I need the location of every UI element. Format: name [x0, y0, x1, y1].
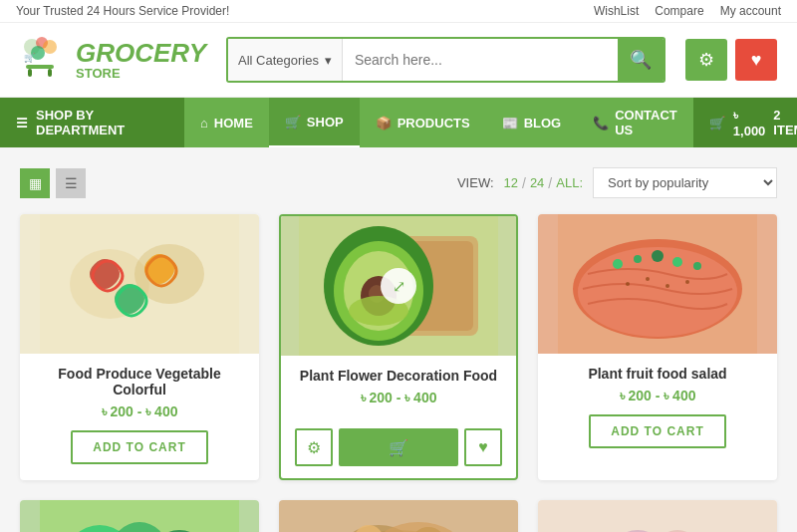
- product-price-3: ৳ 200 - ৳ 400: [552, 388, 763, 404]
- header: 🛒 GROCERY STORE All Categories ▾ 🔍 ⚙ ♥: [0, 23, 797, 98]
- product-card-2: ⤢ Plant Flower Decoration Food ৳ 200 - ৳…: [279, 214, 518, 480]
- product-name-2: Plant Flower Decoration Food: [295, 368, 502, 384]
- product-image-3: [538, 214, 777, 354]
- wishlist-action-btn-2[interactable]: ⚙: [295, 428, 333, 466]
- view-24[interactable]: 24: [530, 175, 544, 191]
- search-button[interactable]: 🔍: [618, 39, 664, 81]
- sort-select[interactable]: Sort by popularity Sort by latest Sort b…: [593, 167, 777, 198]
- expand-icon: ⤢: [393, 277, 405, 296]
- main-content: ▦ ☰ VIEW: 12 / 24 / ALL: Sort by popular…: [0, 147, 797, 532]
- category-label: All Categories: [238, 53, 319, 68]
- hamburger-icon: ☰: [16, 116, 28, 131]
- view-icons: ▦ ☰: [20, 168, 86, 198]
- compare-link[interactable]: Compare: [655, 4, 703, 18]
- compare-action-btn-2[interactable]: ♥: [464, 428, 502, 466]
- logo-sub: STORE: [76, 66, 206, 81]
- nav-contact-label: CONTACT US: [615, 108, 677, 137]
- svg-point-2: [43, 40, 57, 54]
- svg-text:🛒: 🛒: [24, 52, 36, 64]
- product-image-4: [20, 500, 259, 532]
- tagline: Your Trusted 24 Hours Service Provider!: [16, 4, 229, 18]
- filter-button[interactable]: ⚙: [685, 39, 727, 81]
- product-card-3: Plant fruit food salad ৳ 200 - ৳ 400 ADD…: [538, 214, 777, 480]
- heart-small-icon: ♥: [478, 438, 488, 456]
- product-price-1: ৳ 200 - ৳ 400: [34, 403, 245, 420]
- product-name-1: Food Produce Vegetable Colorful: [34, 366, 245, 398]
- product-card-6: [538, 500, 777, 532]
- cart-widget[interactable]: 🛒 ৳ 1,000 2 ITEMS ▾: [693, 98, 797, 147]
- list-view-button[interactable]: ☰: [56, 168, 86, 198]
- product-info-2: Plant Flower Decoration Food ৳ 200 - ৳ 4…: [281, 356, 516, 428]
- nav-products-label: PRODUCTS: [398, 116, 470, 131]
- nav-items: ⌂ HOME 🛒 SHOP 📦 PRODUCTS 📰 BLOG 📞 CONTAC…: [184, 98, 693, 147]
- svg-point-28: [626, 282, 630, 286]
- svg-point-26: [693, 262, 701, 270]
- product-image-wrapper-2: ⤢: [281, 216, 516, 356]
- product-quick-view-2[interactable]: ⤢: [381, 268, 416, 304]
- chevron-down-icon: ▾: [325, 53, 332, 68]
- svg-rect-5: [28, 69, 32, 77]
- svg-point-31: [685, 280, 689, 284]
- wishlist-link[interactable]: WishList: [594, 4, 639, 18]
- header-actions: ⚙ ♥: [685, 39, 777, 81]
- category-dropdown[interactable]: All Categories ▾: [228, 39, 343, 81]
- cart-add-icon: 🛒: [389, 438, 408, 457]
- filter-small-icon: ⚙: [307, 438, 321, 457]
- products-grid-row2: [20, 500, 777, 532]
- view-controls: ▦ ☰ VIEW: 12 / 24 / ALL: Sort by popular…: [20, 167, 777, 198]
- view-label: VIEW:: [457, 175, 494, 190]
- search-icon: 🔍: [630, 49, 652, 71]
- add-to-cart-btn-1[interactable]: ADD TO CART: [71, 430, 207, 464]
- nav-blog[interactable]: 📰 BLOG: [486, 98, 578, 147]
- product-image-1: [20, 214, 259, 354]
- view-12[interactable]: 12: [504, 175, 518, 191]
- svg-rect-44: [558, 500, 757, 532]
- add-to-cart-btn-2[interactable]: 🛒: [339, 428, 458, 466]
- add-to-cart-btn-3[interactable]: ADD TO CART: [589, 414, 725, 448]
- dept-label: SHOP BY DEPARTMENT: [36, 108, 168, 137]
- logo[interactable]: 🛒 GROCERY STORE: [20, 35, 206, 85]
- product-image-5: [279, 500, 518, 532]
- product-actions-2: ⚙ 🛒 ♥: [281, 428, 516, 478]
- top-bar-links: WishList Compare My account: [594, 4, 781, 18]
- myaccount-link[interactable]: My account: [720, 4, 781, 18]
- nav-contact[interactable]: 📞 CONTACT US: [577, 98, 693, 147]
- cart-icon: 🛒: [709, 116, 725, 131]
- svg-point-23: [613, 259, 623, 269]
- svg-point-25: [672, 257, 682, 267]
- product-info-1: Food Produce Vegetable Colorful ৳ 200 - …: [20, 354, 259, 476]
- shop-icon: 🛒: [285, 115, 301, 130]
- product-card-1: Food Produce Vegetable Colorful ৳ 200 - …: [20, 214, 259, 480]
- cart-total: ৳ 1,000: [733, 108, 766, 138]
- product-image-6: [538, 500, 777, 532]
- blog-icon: 📰: [502, 116, 518, 131]
- top-bar: Your Trusted 24 Hours Service Provider! …: [0, 0, 797, 23]
- svg-point-24: [634, 255, 642, 263]
- wishlist-button[interactable]: ♥: [735, 39, 777, 81]
- nav-home[interactable]: ⌂ HOME: [184, 98, 269, 147]
- nav-blog-label: BLOG: [524, 116, 562, 131]
- nav-shop[interactable]: 🛒 SHOP: [269, 98, 360, 147]
- view-numbers: 12 / 24 / ALL:: [504, 175, 583, 191]
- home-icon: ⌂: [200, 116, 208, 131]
- view-all[interactable]: ALL:: [556, 175, 583, 191]
- search-input[interactable]: [343, 39, 618, 81]
- product-info-3: Plant fruit food salad ৳ 200 - ৳ 400 ADD…: [538, 354, 777, 460]
- product-price-2: ৳ 200 - ৳ 400: [295, 390, 502, 406]
- list-icon: ☰: [65, 175, 78, 191]
- shop-by-department[interactable]: ☰ SHOP BY DEPARTMENT: [0, 98, 184, 147]
- heart-icon: ♥: [751, 50, 762, 71]
- svg-rect-6: [48, 69, 52, 77]
- svg-rect-4: [26, 65, 54, 69]
- products-grid: Food Produce Vegetable Colorful ৳ 200 - …: [20, 214, 777, 480]
- grid-view-button[interactable]: ▦: [20, 168, 50, 198]
- product-card-4: [20, 500, 259, 532]
- svg-point-27: [652, 250, 664, 262]
- nav-products[interactable]: 📦 PRODUCTS: [360, 98, 486, 147]
- contact-icon: 📞: [593, 116, 609, 131]
- svg-point-29: [646, 277, 650, 281]
- nav-shop-label: SHOP: [307, 115, 344, 130]
- grid-icon: ▦: [29, 175, 42, 191]
- products-icon: 📦: [376, 116, 392, 131]
- search-area: All Categories ▾ 🔍: [226, 37, 665, 83]
